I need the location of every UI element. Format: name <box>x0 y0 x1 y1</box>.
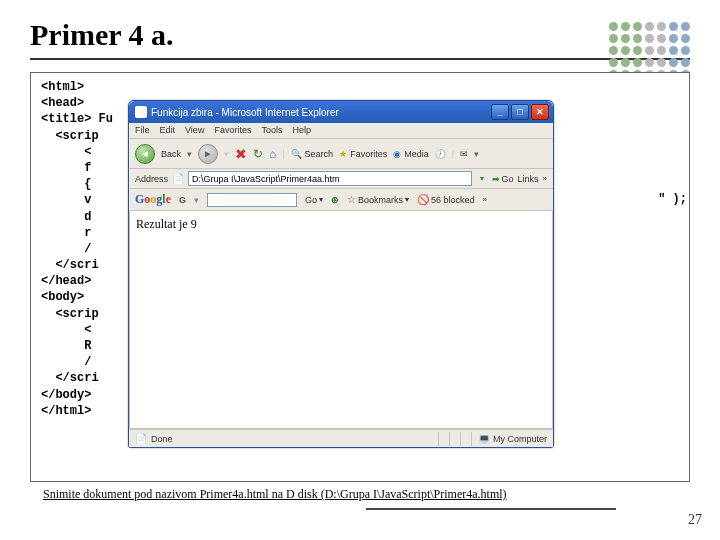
google-search-input[interactable] <box>207 193 297 207</box>
blocked-icon: 🚫 <box>417 194 429 205</box>
code-line: / <box>41 242 91 256</box>
slide-footnote: Snimite dokument pod nazivom Primer4a.ht… <box>43 487 507 502</box>
address-input[interactable] <box>188 171 471 186</box>
code-line: < <box>41 145 91 159</box>
google-go-button[interactable]: Go▾ <box>305 195 323 205</box>
code-line: </scri <box>41 371 99 385</box>
media-icon: ◉ <box>393 149 401 159</box>
code-line: r <box>41 226 91 240</box>
ie-window: Funkcija zbira - Microsoft Internet Expl… <box>128 100 554 448</box>
code-line: < <box>41 323 91 337</box>
decoration-dots <box>609 22 690 79</box>
menu-favorites[interactable]: Favorites <box>214 125 251 138</box>
address-dropdown-icon[interactable]: ▾ <box>476 173 488 185</box>
page-number: 27 <box>688 512 702 528</box>
status-zone: 💻 My Computer <box>471 432 547 446</box>
mail-icon[interactable]: ✉ <box>460 149 468 159</box>
slide-title: Primer 4 a. <box>30 18 174 52</box>
page-output-text: Rezultat je 9 <box>136 217 197 231</box>
ie-toolbar: ◄ Back ▾ ► ▾ ✖ ↻ ⌂ | 🔍Search ★Favorites … <box>129 139 553 169</box>
code-line: v <box>41 193 91 207</box>
code-line: R <box>41 339 91 353</box>
ie-title-text: Funkcija zbira - Microsoft Internet Expl… <box>151 107 339 118</box>
done-icon: 📄 <box>135 433 147 444</box>
bookmark-star-icon: ☆ <box>347 194 356 205</box>
ie-address-bar: Address 📄 ▾ ➡Go Links » <box>129 169 553 189</box>
code-line: <html> <box>41 80 84 94</box>
star-icon: ★ <box>339 149 347 159</box>
ie-titlebar[interactable]: Funkcija zbira - Microsoft Internet Expl… <box>129 101 553 123</box>
go-button[interactable]: ➡Go <box>492 174 514 184</box>
code-line: </body> <box>41 388 91 402</box>
code-line: <head> <box>41 96 84 110</box>
links-label[interactable]: Links <box>518 174 539 184</box>
blocked-button[interactable]: 🚫56 blocked <box>417 194 475 205</box>
menu-file[interactable]: File <box>135 125 150 138</box>
back-label: Back <box>161 149 181 159</box>
my-computer-icon: 💻 <box>478 433 490 444</box>
ie-app-icon <box>135 106 147 118</box>
code-line: f <box>41 161 91 175</box>
code-right-fragment: " ); <box>658 191 687 207</box>
google-logo[interactable]: Google <box>135 192 171 207</box>
code-line: { <box>41 177 91 191</box>
menu-help[interactable]: Help <box>292 125 311 138</box>
menu-edit[interactable]: Edit <box>160 125 176 138</box>
ie-status-bar: 📄 Done 💻 My Computer <box>129 429 553 447</box>
menu-tools[interactable]: Tools <box>261 125 282 138</box>
code-line: <scrip <box>41 307 99 321</box>
search-button[interactable]: 🔍Search <box>291 149 334 159</box>
google-toolbar: Google G▾ Go▾ ⊕ ☆Bookmarks▾ 🚫56 blocked … <box>129 189 553 211</box>
close-button[interactable]: ✕ <box>531 104 549 120</box>
code-line: <body> <box>41 290 84 304</box>
forward-button[interactable]: ► <box>198 144 218 164</box>
code-line: <scrip <box>41 129 99 143</box>
minimize-button[interactable]: _ <box>491 104 509 120</box>
ie-content-area: Rezultat je 9 <box>129 211 553 429</box>
code-line: </html> <box>41 404 91 418</box>
home-icon[interactable]: ⌂ <box>269 147 276 161</box>
maximize-button[interactable]: □ <box>511 104 529 120</box>
history-icon[interactable]: 🕗 <box>435 149 446 159</box>
code-line: / <box>41 355 91 369</box>
code-line: d <box>41 210 91 224</box>
code-line: </head> <box>41 274 91 288</box>
page-icon: 📄 <box>172 173 184 184</box>
ie-menubar: File Edit View Favorites Tools Help <box>129 123 553 139</box>
code-line: <title> Fu <box>41 112 113 126</box>
address-label: Address <box>135 174 168 184</box>
media-button[interactable]: ◉Media <box>393 149 429 159</box>
bookmarks-button[interactable]: ☆Bookmarks▾ <box>347 194 409 205</box>
status-done: Done <box>151 434 173 444</box>
back-button[interactable]: ◄ <box>135 144 155 164</box>
refresh-icon[interactable]: ↻ <box>253 147 263 161</box>
stop-icon[interactable]: ✖ <box>235 146 247 162</box>
favorites-button[interactable]: ★Favorites <box>339 149 387 159</box>
search-icon: 🔍 <box>291 149 302 159</box>
google-plus-icon[interactable]: ⊕ <box>331 195 339 205</box>
menu-view[interactable]: View <box>185 125 204 138</box>
code-line: </scri <box>41 258 99 272</box>
